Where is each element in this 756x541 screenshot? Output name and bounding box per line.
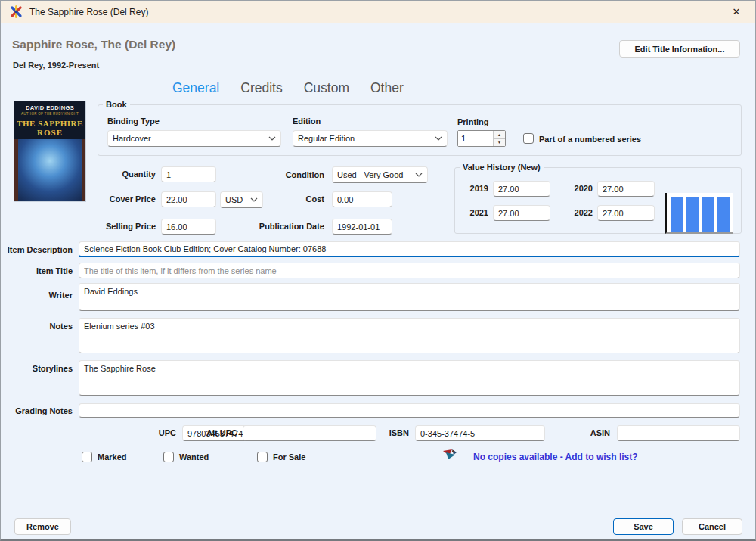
binding-type-value: Hardcover (113, 134, 151, 143)
tab-credits[interactable]: Credits (240, 80, 282, 96)
vh-2021-input[interactable] (493, 205, 550, 221)
binding-type-dropdown[interactable]: Hardcover (107, 130, 281, 147)
publication-date-input[interactable] (332, 219, 392, 235)
chevron-down-icon (415, 173, 423, 177)
chevron-down-icon (250, 197, 258, 202)
cost-input[interactable] (332, 191, 392, 207)
spinner-down-icon[interactable]: ▼ (494, 139, 505, 147)
app-logo-icon (10, 5, 23, 18)
alt-upc-label: Alt UPC (190, 428, 237, 437)
numbered-series-label: Part of a numbered series (539, 135, 641, 144)
tab-general[interactable]: General (172, 80, 219, 96)
vh-chart-bar (702, 197, 715, 232)
item-description-label: Item Description (1, 245, 73, 254)
grading-notes-label: Grading Notes (1, 406, 73, 415)
asin-input[interactable] (617, 425, 740, 441)
add-to-wishlist-link[interactable]: No copies available - Add to wish list? (473, 452, 638, 462)
book-group-legend: Book (103, 100, 130, 109)
condition-label: Condition (258, 170, 324, 179)
remove-button[interactable]: Remove (14, 518, 71, 535)
cancel-button[interactable]: Cancel (682, 518, 742, 535)
binding-type-label: Binding Type (107, 117, 160, 126)
condition-dropdown[interactable]: Used - Very Good (332, 166, 428, 183)
book-cover-image[interactable]: DAVID EDDINGS AUTHOR OF THE RUBY KNIGHT … (14, 101, 85, 201)
wanted-label: Wanted (179, 452, 209, 462)
vh-2022-input[interactable] (597, 205, 655, 221)
edition-dropdown[interactable]: Regular Edition (293, 130, 448, 147)
edit-book-dialog: The Sapphire Rose (Del Rey) ✕ Sapphire R… (0, 0, 756, 541)
upc-label: UPC (122, 428, 176, 437)
cover-price-input[interactable] (161, 191, 216, 207)
quantity-label: Quantity (98, 169, 156, 179)
cover-title-line1: THE SAPPHIRE (14, 119, 85, 128)
cover-title-line2: ROSE (14, 128, 85, 137)
selling-price-input[interactable] (161, 219, 216, 235)
edition-value: Regular Edition (298, 134, 355, 143)
selling-price-label: Selling Price (98, 222, 156, 231)
notes-input[interactable]: Elenium series #03 (79, 318, 740, 353)
vh-year-2021: 2021 (466, 208, 488, 217)
for-sale-checkbox[interactable] (257, 452, 268, 462)
cover-price-label: Cover Price (98, 194, 156, 204)
vh-chart-bar (717, 197, 730, 232)
vh-year-2019: 2019 (466, 184, 488, 193)
value-history-group: Value History (New) 2019 2020 2021 2022 (454, 163, 742, 234)
numbered-series-checkbox[interactable] (523, 133, 534, 144)
vh-chart-bar (671, 197, 683, 232)
titlebar: The Sapphire Rose (Del Rey) ✕ (1, 1, 755, 23)
value-history-legend: Value History (New) (460, 163, 544, 172)
save-button[interactable]: Save (613, 518, 674, 535)
close-icon[interactable]: ✕ (723, 1, 749, 23)
for-sale-label: For Sale (273, 452, 305, 462)
window-title: The Sapphire Rose (Del Rey) (29, 7, 148, 17)
marked-label: Marked (98, 452, 127, 462)
cost-label: Cost (258, 194, 324, 204)
book-group: Book Binding Type Hardcover Edition Regu… (98, 100, 742, 156)
item-title-label: Item Title (1, 266, 73, 275)
page-title: Sapphire Rose, The (Del Rey) (12, 38, 175, 51)
marked-checkbox[interactable] (82, 452, 92, 462)
printing-spin-buttons: ▲ ▼ (493, 131, 505, 146)
vh-year-2020: 2020 (570, 184, 593, 193)
cover-author-text: DAVID EDDINGS (14, 104, 85, 111)
publication-date-label: Publication Date (241, 222, 324, 231)
printing-input[interactable] (458, 131, 493, 146)
printing-stepper[interactable]: ▲ ▼ (457, 130, 506, 147)
isbn-input[interactable] (415, 425, 545, 441)
storylines-label: Storylines (1, 364, 73, 373)
writer-input[interactable]: David Eddings (79, 283, 740, 311)
tab-bar: General Credits Custom Other (172, 80, 404, 96)
wishlist-superhero-icon (442, 448, 458, 462)
printing-label: Printing (457, 117, 489, 126)
value-history-bar-chart (665, 193, 733, 234)
chevron-down-icon (435, 136, 442, 141)
alt-upc-input[interactable] (243, 425, 376, 441)
item-description-input[interactable] (79, 241, 740, 257)
edition-label: Edition (293, 117, 321, 126)
edit-title-information-button[interactable]: Edit Title Information... (619, 40, 740, 58)
vh-chart-bar (686, 197, 699, 232)
asin-label: ASIN (568, 428, 610, 437)
quantity-input[interactable] (161, 166, 216, 182)
item-title-input[interactable] (79, 263, 740, 278)
tab-other[interactable]: Other (370, 80, 404, 96)
storylines-input[interactable]: The Sapphire Rose (79, 360, 740, 396)
condition-value: Used - Very Good (337, 170, 403, 179)
cover-artwork (14, 139, 85, 201)
publisher-years: Del Rey, 1992-Present (13, 61, 99, 70)
chevron-down-icon (268, 136, 276, 141)
isbn-label: ISBN (371, 428, 409, 437)
tab-custom[interactable]: Custom (304, 80, 349, 96)
cover-tagline-text: AUTHOR OF THE RUBY KNIGHT (14, 112, 85, 116)
writer-label: Writer (1, 291, 73, 300)
currency-dropdown[interactable]: USD (220, 191, 263, 208)
notes-label: Notes (1, 322, 73, 331)
currency-value: USD (225, 195, 243, 204)
vh-year-2022: 2022 (570, 208, 593, 217)
grading-notes-input[interactable] (79, 403, 740, 418)
vh-2019-input[interactable] (493, 181, 550, 197)
wanted-checkbox[interactable] (163, 452, 174, 462)
spinner-up-icon[interactable]: ▲ (494, 131, 505, 139)
vh-2020-input[interactable] (597, 181, 655, 197)
